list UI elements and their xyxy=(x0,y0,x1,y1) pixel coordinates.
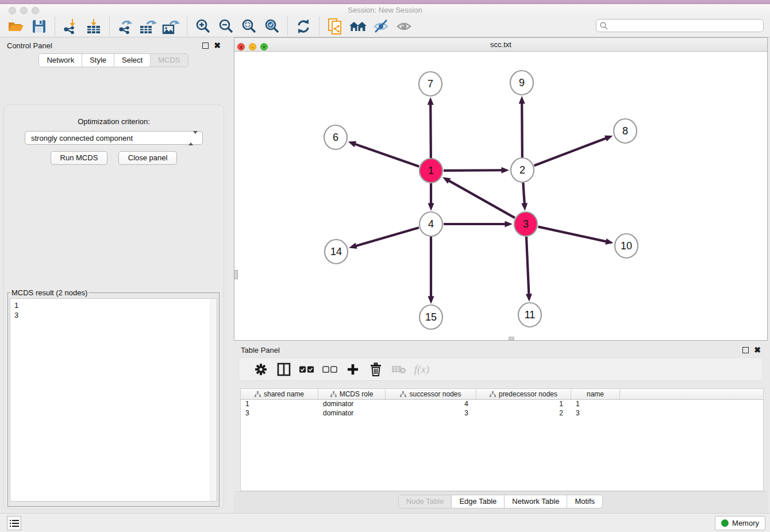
save-session-icon[interactable] xyxy=(29,17,49,36)
table-cell[interactable]: 4 xyxy=(386,400,476,409)
table-cell[interactable]: 2 xyxy=(476,409,571,418)
result-scrollbar[interactable] xyxy=(210,299,217,501)
vertical-scrollbar-thumb[interactable] xyxy=(234,270,238,279)
graph-edge-4-14[interactable] xyxy=(356,228,419,246)
column-header-label: shared name xyxy=(264,390,304,398)
window-traffic-lights[interactable] xyxy=(9,6,43,17)
home-view-icon[interactable] xyxy=(348,17,368,36)
search-field[interactable] xyxy=(596,19,764,32)
close-table-panel-icon[interactable]: ✖ xyxy=(754,345,761,354)
tab-node-table[interactable]: Node Table xyxy=(398,495,452,508)
column-header-successor-nodes[interactable]: successor nodes xyxy=(386,389,476,399)
graph-node-label: 9 xyxy=(519,77,525,88)
delete-table-icon[interactable] xyxy=(391,360,406,379)
table-cell[interactable]: 3 xyxy=(386,409,476,418)
window-accent-strip xyxy=(0,0,770,4)
mcds-result-list[interactable]: 13 xyxy=(10,298,217,502)
close-view-icon[interactable]: x xyxy=(237,43,245,51)
optimization-criterion-select[interactable]: strongly connected component xyxy=(25,131,203,145)
close-panel-button[interactable]: Close panel xyxy=(118,151,178,165)
tab-select[interactable]: Select xyxy=(114,53,151,67)
network-window-titlebar[interactable]: x-+ scc.txt xyxy=(234,38,767,52)
task-history-button[interactable] xyxy=(7,516,21,530)
zoom-selected-icon[interactable] xyxy=(262,17,282,36)
mcds-result-line[interactable]: 3 xyxy=(14,310,213,320)
column-type-icon xyxy=(490,391,496,398)
export-network-icon[interactable] xyxy=(116,17,135,36)
column-header-MCDS-role[interactable]: MCDS role xyxy=(318,389,386,399)
graph-node-label: 15 xyxy=(425,311,437,323)
close-window-icon[interactable] xyxy=(9,7,16,14)
column-header-name[interactable]: name xyxy=(571,389,620,399)
graph-edge-1-2[interactable] xyxy=(444,170,502,171)
clone-network-icon[interactable] xyxy=(325,17,345,36)
table-row[interactable]: 3dominator323 xyxy=(241,409,763,418)
hide-selected-icon[interactable] xyxy=(371,17,391,36)
column-type-icon xyxy=(255,391,261,398)
float-panel-icon[interactable] xyxy=(202,43,209,49)
table-cell[interactable]: 1 xyxy=(571,400,620,409)
select-all-columns-icon[interactable] xyxy=(299,360,314,379)
minimize-window-icon[interactable] xyxy=(20,7,28,14)
tab-network-table[interactable]: Network Table xyxy=(504,495,567,508)
float-table-panel-icon[interactable] xyxy=(742,347,749,353)
graph-edge-3-1[interactable] xyxy=(449,181,514,218)
unselect-all-columns-icon[interactable] xyxy=(322,360,337,379)
column-header-predecessor-nodes[interactable]: predecessor nodes xyxy=(476,389,571,399)
table-tabs-strip: Node TableEdge TableNetwork TableMotifs xyxy=(234,491,768,513)
open-session-icon[interactable] xyxy=(6,17,26,36)
import-table-icon[interactable] xyxy=(84,17,103,36)
graph-edge-2-9[interactable] xyxy=(522,103,522,157)
graph-node-label: 7 xyxy=(428,78,433,90)
delete-column-icon[interactable] xyxy=(368,360,383,379)
graph-edge-3-10[interactable] xyxy=(538,227,606,242)
tab-mcds[interactable]: MCDS xyxy=(150,53,188,67)
tab-network[interactable]: Network xyxy=(38,53,82,67)
tab-edge-table[interactable]: Edge Table xyxy=(451,495,505,508)
close-panel-icon[interactable]: ✖ xyxy=(214,41,221,50)
tab-motifs[interactable]: Motifs xyxy=(567,495,603,508)
column-header-shared-name[interactable]: shared name xyxy=(241,389,318,399)
add-column-icon[interactable] xyxy=(345,360,360,379)
graph-node-label: 11 xyxy=(525,309,536,321)
table-cell[interactable]: 3 xyxy=(241,409,318,418)
gear-icon[interactable] xyxy=(253,360,268,379)
show-all-icon[interactable] xyxy=(394,17,414,36)
network-title: scc.txt xyxy=(234,38,767,52)
maximize-view-icon[interactable]: + xyxy=(260,43,268,51)
refresh-icon[interactable] xyxy=(294,17,313,36)
export-table-icon[interactable] xyxy=(138,17,158,36)
zoom-window-icon[interactable] xyxy=(32,7,39,14)
export-image-icon[interactable] xyxy=(161,17,181,36)
graph-edge-1-7[interactable] xyxy=(430,105,431,158)
function-builder-icon[interactable]: f(x) xyxy=(414,360,429,379)
network-canvas[interactable]: 7968124314101511 xyxy=(234,52,767,340)
table-body: 1dominator4113dominator323 xyxy=(241,400,763,418)
graph-edge-1-6[interactable] xyxy=(355,144,419,167)
graph-edge-3-11[interactable] xyxy=(526,237,529,294)
horizontal-scrollbar-thumb[interactable] xyxy=(509,337,514,340)
import-network-icon[interactable] xyxy=(61,17,80,36)
table-cell[interactable]: dominator xyxy=(318,400,386,409)
memory-button[interactable]: Memory xyxy=(715,516,765,530)
search-input[interactable] xyxy=(610,21,760,30)
zoom-out-icon[interactable] xyxy=(216,17,236,36)
minimize-view-icon[interactable]: - xyxy=(249,43,256,51)
table-tabs: Node TableEdge TableNetwork TableMotifs xyxy=(234,495,768,508)
table-cell[interactable]: dominator xyxy=(318,409,386,418)
tab-style[interactable]: Style xyxy=(82,53,114,67)
zoom-in-icon[interactable] xyxy=(193,17,213,36)
table-cell[interactable]: 3 xyxy=(571,409,620,418)
run-mcds-button[interactable]: Run MCDS xyxy=(51,151,108,165)
mcds-result-line[interactable]: 1 xyxy=(14,300,213,310)
graph-edge-2-8[interactable] xyxy=(534,138,606,165)
zoom-fit-icon[interactable] xyxy=(239,17,259,36)
table-row[interactable]: 1dominator411 xyxy=(241,400,763,409)
graph-edge-2-3[interactable] xyxy=(523,183,524,203)
table-cell[interactable]: 1 xyxy=(476,400,571,409)
mcds-result-title: MCDS result (2 nodes) xyxy=(10,288,88,297)
table-cell[interactable]: 1 xyxy=(241,400,318,409)
list-icon xyxy=(9,519,20,528)
split-columns-icon[interactable] xyxy=(276,360,291,379)
search-icon xyxy=(600,22,608,30)
